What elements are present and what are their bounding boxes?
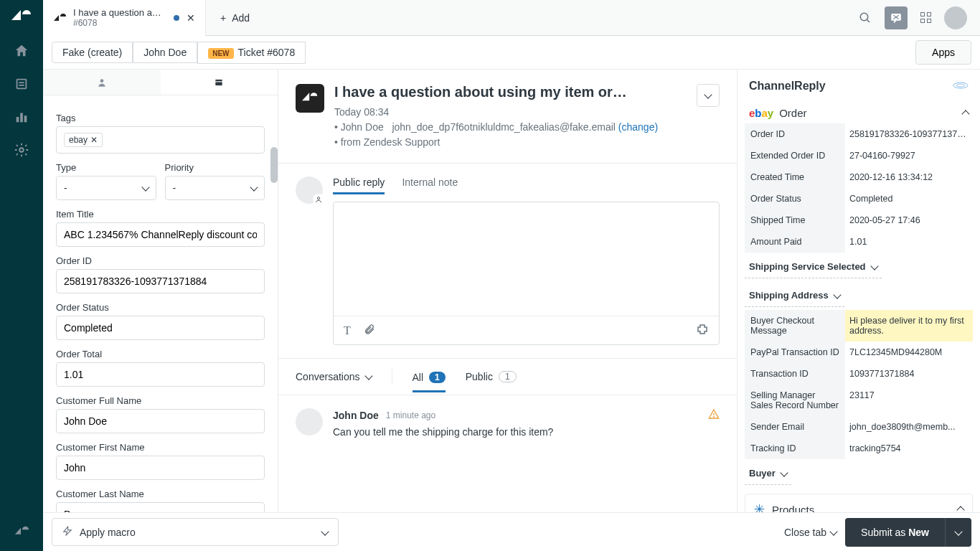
compose-textarea[interactable] [334,202,719,316]
warning-icon [708,408,720,422]
order-id-field[interactable] [56,269,265,293]
close-tab-button[interactable]: Close tab [784,527,837,538]
plus-icon: + [220,12,226,24]
full-name-field[interactable] [56,409,265,433]
svg-point-24 [956,84,965,87]
tag-ebay[interactable]: ebay✕ [64,133,103,147]
svg-rect-18 [216,82,222,85]
unsaved-dot-icon [174,15,179,21]
home-icon[interactable] [14,43,29,59]
item-title-field[interactable] [56,222,265,247]
message-time: 1 minute ago [386,410,435,420]
kv-label: Order ID [745,123,845,145]
views-icon[interactable] [14,76,29,92]
conversations-dropdown[interactable]: Conversations [296,371,372,382]
message-text: Can you tell me the shipping charge for … [333,426,720,438]
svg-point-7 [19,148,24,152]
svg-marker-13 [894,20,897,23]
agent-badge-icon [313,194,324,205]
first-name-field[interactable] [56,456,265,480]
kv-value: 1.01 [845,231,973,253]
priority-select[interactable]: - [165,176,265,200]
tags-field[interactable]: ebay✕ [56,126,265,154]
ticket-actions-button[interactable] [697,84,720,107]
type-select[interactable]: - [56,176,156,200]
macro-label: Apply macro [80,527,136,538]
chat-icon[interactable] [885,6,908,29]
apply-macro-button[interactable]: Apply macro [52,518,339,546]
full-name-label: Customer Full Name [56,395,265,406]
order-id-link[interactable]: 258191783326-1093771371884 [845,123,973,145]
tab-internal-note[interactable]: Internal note [402,176,458,194]
nav-rail [0,0,43,551]
svg-marker-0 [11,10,21,20]
chevron-up-icon [961,110,969,118]
ext-order-link[interactable]: 27-04160-79927 [845,145,973,166]
order-status-field[interactable] [56,316,265,340]
ebay-logo-icon: ebay [749,107,773,119]
conversation-message: John Doe 1 minute ago Can you tell me th… [278,395,737,451]
svg-rect-4 [17,117,19,122]
requester-avatar [296,84,324,113]
crumb-user[interactable]: John Doe [133,42,197,63]
kv-label: Selling Manager Sales Record Number [745,385,845,416]
priority-label: Priority [165,162,265,173]
ebay-order-header[interactable]: ebay Order [745,103,973,123]
extension-icon[interactable] [696,323,709,338]
footer: Apply macro Close tab Submit as New [43,512,980,551]
submit-button[interactable]: Submit as New [845,518,945,547]
sidebar-tab-ticket[interactable] [161,70,278,95]
tab-public-reply[interactable]: Public reply [333,176,385,194]
chevron-down-icon [833,291,841,298]
svg-rect-5 [20,113,23,123]
submit-dropdown[interactable] [945,518,971,547]
kv-label: Created Time [745,166,845,188]
text-format-icon[interactable]: T [344,324,351,337]
apps-button[interactable]: Apps [915,40,971,65]
section-shipping-address[interactable]: Shipping Address [745,284,844,307]
order-total-field[interactable] [56,362,265,387]
chevron-down-icon [321,527,329,535]
filter-public[interactable]: Public1 [466,371,517,382]
kv-label: Order Status [745,188,845,209]
sidebar-tab-user[interactable] [43,70,161,95]
close-icon[interactable]: ✕ [187,12,195,24]
sender-email-link[interactable]: john_doe3809th@memb... [845,416,973,438]
crumb-ticket[interactable]: NEWTicket #6078 [197,42,306,64]
ticket-time: Today 08:34 [334,106,389,118]
change-link[interactable]: (change) [618,121,658,133]
zendesk-z-icon[interactable] [14,524,29,540]
kv-label: Tracking ID [745,438,845,459]
kv-label: PayPal Transaction ID [745,342,845,363]
add-tab-label: Add [232,12,250,24]
requester-name: John Doe [341,121,384,133]
search-icon[interactable] [859,11,872,24]
kv-label: Sender Email [745,416,845,438]
scrollbar-thumb[interactable] [270,147,278,183]
svg-rect-1 [17,80,27,89]
kv-value: tracking5754 [845,438,973,459]
svg-point-22 [714,417,715,418]
reports-icon[interactable] [14,109,29,125]
admin-icon[interactable] [14,142,29,158]
svg-rect-6 [24,116,27,122]
svg-line-11 [867,19,870,22]
chevron-down-icon [954,527,962,535]
section-shipping-service[interactable]: Shipping Service Selected [745,255,882,278]
attachment-icon[interactable] [364,324,375,337]
avatar[interactable] [944,6,967,29]
crumb-org[interactable]: Fake (create) [52,42,133,63]
properties-sidebar: Tags ebay✕ Type - Priority - [43,70,278,551]
ticket-tab[interactable]: I have a question abo... #6078 ✕ [43,0,206,36]
section-buyer[interactable]: Buyer [745,462,791,485]
apps-panel: ChannelReply ebay Order Order ID25819178… [738,70,980,551]
svg-rect-17 [216,79,222,80]
filter-all[interactable]: All1 [413,372,446,392]
breadcrumb: Fake (create) John Doe NEWTicket #6078 A… [43,36,980,69]
kv-label: Buyer Checkout Message [745,310,845,342]
app-title: ChannelReply [749,80,826,93]
add-tab-button[interactable]: + Add [206,12,264,24]
kv-label: Transaction ID [745,363,845,385]
apps-grid-icon[interactable] [920,12,931,23]
ticket-tab-icon [53,11,66,24]
